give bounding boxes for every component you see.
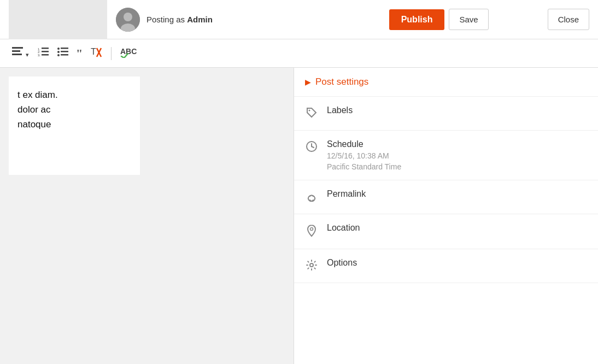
location-content: Location xyxy=(327,223,587,233)
unordered-list-icon xyxy=(57,48,68,59)
svg-text:3.: 3. xyxy=(38,54,40,57)
sidebar-item-permalink[interactable]: Permalink xyxy=(294,180,598,214)
dropdown-arrow-icon: ▾ xyxy=(26,51,29,58)
svg-text:T: T xyxy=(91,47,96,56)
svg-rect-4 xyxy=(12,50,20,52)
sidebar-item-labels[interactable]: Labels xyxy=(294,97,598,131)
editor-toolbar: ▾ 1. 2. 3. " xyxy=(0,39,598,68)
close-button[interactable]: Close xyxy=(548,9,589,30)
blockquote-button[interactable]: " xyxy=(74,45,85,62)
gear-icon xyxy=(305,259,318,274)
header-center: Posting as Admin xyxy=(107,8,389,32)
svg-rect-9 xyxy=(42,51,49,52)
align-icon xyxy=(12,48,26,59)
publish-button[interactable]: Publish xyxy=(389,9,445,30)
svg-point-14 xyxy=(57,51,60,53)
svg-rect-3 xyxy=(12,47,23,49)
header-buttons: Publish Save Preview Close xyxy=(389,9,589,30)
permalink-content: Permalink xyxy=(327,189,587,199)
posting-as-label: Posting as xyxy=(146,15,187,24)
strikethrough-button[interactable]: T xyxy=(87,44,105,63)
svg-point-26 xyxy=(310,228,313,231)
schedule-label: Schedule xyxy=(327,139,587,149)
editor-line-2: dolor ac xyxy=(17,102,131,117)
schedule-content: Schedule 12/5/16, 10:38 AM Pacific Stand… xyxy=(327,139,587,171)
spellcheck-icon: ABC xyxy=(120,49,137,60)
svg-point-22 xyxy=(309,110,310,111)
schedule-sublabel-line2: Pacific Standard Time xyxy=(327,162,587,171)
location-pin-icon xyxy=(305,224,318,240)
sidebar: ▶ Post settings Labels xyxy=(294,68,598,364)
editor-content[interactable]: t ex diam. dolor ac natoque xyxy=(9,77,140,175)
posting-as-user: Admin xyxy=(187,15,213,24)
sidebar-item-schedule[interactable]: Schedule 12/5/16, 10:38 AM Pacific Stand… xyxy=(294,131,598,180)
labels-content: Labels xyxy=(327,105,587,115)
sidebar-item-options[interactable]: Options xyxy=(294,249,598,283)
schedule-sublabel-line1: 12/5/16, 10:38 AM xyxy=(327,151,587,160)
svg-point-1 xyxy=(124,13,132,21)
permalink-label: Permalink xyxy=(327,189,587,199)
ordered-list-button[interactable]: 1. 2. 3. xyxy=(34,45,52,62)
strikethrough-icon: T xyxy=(90,49,102,60)
header: Posting as Admin Publish Save Preview Cl… xyxy=(0,0,598,39)
ordered-list-icon: 1. 2. 3. xyxy=(38,48,49,59)
toolbar-divider xyxy=(111,47,112,60)
main-area: t ex diam. dolor ac natoque ▶ Post setti… xyxy=(0,68,598,364)
svg-point-12 xyxy=(57,48,60,50)
svg-rect-7 xyxy=(42,48,49,49)
clock-icon xyxy=(305,140,318,155)
svg-rect-11 xyxy=(42,54,49,56)
svg-text:ABC: ABC xyxy=(120,47,137,56)
labels-label: Labels xyxy=(327,105,587,115)
svg-rect-15 xyxy=(61,51,68,52)
header-left-panel xyxy=(9,0,107,39)
posting-as-text: Posting as Admin xyxy=(146,15,213,24)
link-icon xyxy=(305,190,318,205)
options-label: Options xyxy=(327,258,587,268)
sidebar-header-title: Post settings xyxy=(315,77,368,87)
collapse-triangle-icon: ▶ xyxy=(305,78,311,86)
sidebar-header[interactable]: ▶ Post settings xyxy=(294,68,598,97)
spellcheck-button[interactable]: ABC xyxy=(117,44,140,63)
svg-line-25 xyxy=(312,146,314,148)
options-content: Options xyxy=(327,258,587,268)
location-label: Location xyxy=(327,223,587,233)
sidebar-item-location[interactable]: Location xyxy=(294,214,598,249)
label-icon xyxy=(305,107,318,121)
editor-area: t ex diam. dolor ac natoque xyxy=(0,68,294,364)
avatar xyxy=(116,8,140,32)
svg-rect-13 xyxy=(61,48,68,49)
align-button[interactable]: ▾ xyxy=(9,45,32,62)
svg-point-16 xyxy=(57,54,60,56)
unordered-list-button[interactable] xyxy=(54,45,72,62)
svg-point-27 xyxy=(310,263,313,267)
save-button[interactable]: Save xyxy=(449,9,488,30)
editor-line-3: natoque xyxy=(17,117,131,132)
svg-rect-17 xyxy=(61,54,68,56)
editor-line-1: t ex diam. xyxy=(17,87,131,102)
svg-rect-5 xyxy=(12,54,22,55)
